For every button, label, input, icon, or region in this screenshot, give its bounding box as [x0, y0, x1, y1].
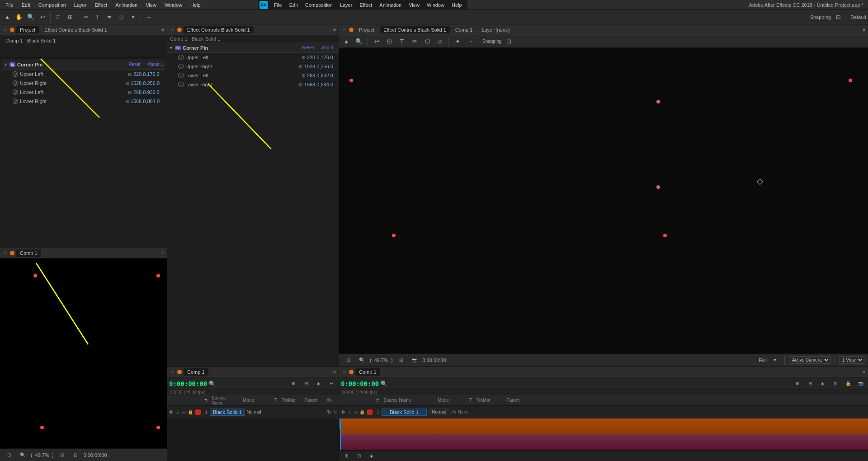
tool-zoom[interactable]: 🔍	[25, 12, 36, 23]
rv-cp-tl[interactable]	[349, 79, 353, 82]
tab-comp-left[interactable]: Comp 1	[16, 249, 41, 257]
tab-timeline-right[interactable]: Comp 1	[355, 368, 380, 376]
right-layer-audio[interactable]: ♪	[346, 409, 353, 415]
menu-composition[interactable]: Composition	[35, 1, 70, 9]
right-time-display[interactable]: 0:00:00:00	[341, 380, 379, 387]
left-prop-val-1[interactable]: 1528.0,256.0	[131, 80, 160, 86]
center-layer-audio[interactable]: ♪	[175, 409, 181, 415]
menu2-view[interactable]: View	[405, 1, 423, 9]
left-viewer-fit-btn[interactable]: ⊞	[57, 450, 67, 461]
menu-help[interactable]: Help	[187, 1, 204, 9]
menu2-edit[interactable]: Edit	[286, 1, 302, 9]
rv-pen-btn[interactable]: ✏	[409, 36, 420, 47]
right-layer-lock[interactable]: 🔒	[359, 409, 365, 414]
left-viewer-mag-btn[interactable]: 🔍	[17, 450, 28, 461]
tool-puppet[interactable]: ✦	[127, 12, 138, 23]
menu-window[interactable]: Window	[161, 1, 186, 9]
right-tl-close[interactable]: ✕	[342, 370, 347, 374]
center-layer-name[interactable]: Black Solid 1	[210, 409, 245, 416]
tool-hand[interactable]: ✋	[14, 12, 24, 23]
cp-dot-tr-left[interactable]	[156, 274, 160, 278]
tab-effect-controls-center[interactable]: Effect Controls Black Solid 1	[184, 26, 254, 33]
cp-dot-br-left[interactable]	[156, 426, 160, 429]
menu2-composition[interactable]: Composition	[302, 1, 336, 9]
center-sw-3[interactable]: ⏱	[178, 82, 184, 87]
center-pv-2[interactable]: 268.0,932.0	[307, 73, 333, 78]
left-panel-close[interactable]: ✕	[3, 28, 8, 32]
right-tl-mag[interactable]: 🔍	[381, 381, 387, 387]
center-sw-2[interactable]: ⏱	[178, 73, 184, 78]
center-sw-1[interactable]: ⏱	[178, 64, 184, 69]
center-eff-menu[interactable]: ≡	[333, 27, 336, 32]
center-tl-close[interactable]: ✕	[170, 370, 175, 374]
left-prop-val-3[interactable]: 1568.0,884.0	[131, 99, 160, 104]
center-about-btn[interactable]: About...	[321, 45, 337, 50]
center-pv-1[interactable]: 1528.0,256.0	[304, 64, 333, 69]
right-layer-fx[interactable]: /fx	[451, 409, 456, 414]
center-layer-solo[interactable]: ◎	[181, 410, 187, 414]
center-layer-eye[interactable]: 👁	[167, 409, 175, 415]
rv-3d-btn[interactable]: ⊡	[384, 36, 395, 47]
rv-full-btn[interactable]: ▼	[769, 355, 780, 366]
left-stopwatch-1[interactable]: ⏱	[13, 80, 18, 86]
tab-timeline-center[interactable]: Comp 1	[184, 368, 208, 376]
tab-effect-controls-left[interactable]: Effect Controls Black Solid 1	[41, 26, 111, 33]
right-layer-mode[interactable]: Normal	[429, 409, 449, 415]
left-viewer-grid-btn[interactable]: ⊡	[4, 450, 14, 461]
right-layer-name[interactable]: Black Solid 1	[382, 409, 427, 416]
rv-mag-btn[interactable]: 🔍	[356, 355, 367, 366]
rt-btn3[interactable]: ◈	[817, 378, 828, 389]
snapping-btn[interactable]: ⊡	[833, 12, 844, 23]
rv-cp-br[interactable]	[663, 234, 667, 237]
view-select[interactable]: 1 View	[839, 356, 864, 364]
left-stopwatch-0[interactable]: ⏱	[13, 71, 18, 77]
center-tl-btn2[interactable]: ⊟	[301, 378, 311, 389]
left-viewer-snap-btn[interactable]: ⊟	[70, 450, 81, 461]
center-tl-btn4[interactable]: ↩	[326, 378, 337, 389]
menu-layer[interactable]: Layer	[71, 1, 90, 9]
menu-effect[interactable]: Effect	[91, 1, 111, 9]
left-prop-val-0[interactable]: 220.0,176.0	[133, 71, 160, 77]
menu-view[interactable]: View	[142, 1, 160, 9]
rt-btn2[interactable]: ⊟	[805, 378, 816, 389]
rv-snap-btn[interactable]: ⊡	[503, 36, 514, 47]
menu-edit[interactable]: Edit	[18, 1, 34, 9]
rv-cp-tr[interactable]	[849, 79, 852, 82]
menu2-animation[interactable]: Animation	[376, 1, 405, 9]
active-camera-select[interactable]: Active Camera	[789, 356, 830, 364]
center-sw-0[interactable]: ⏱	[178, 55, 184, 60]
center-pv-0[interactable]: 220.0,176.0	[307, 55, 333, 60]
menu2-effect[interactable]: Effect	[356, 1, 376, 9]
right-comp-close[interactable]: ✕	[342, 28, 347, 32]
left-reset-btn[interactable]: Reset	[128, 62, 140, 67]
rv-cp-diamond[interactable]	[757, 179, 763, 185]
rt-btn5[interactable]: 🔒	[843, 378, 854, 389]
rv-zoom-value[interactable]: 49.7%	[374, 358, 388, 363]
tool-text[interactable]: T	[92, 12, 103, 23]
left-zoom-value[interactable]: 49.7%	[35, 452, 49, 458]
right-tl-menu[interactable]: ≡	[863, 369, 865, 374]
center-tl-menu[interactable]: ≡	[333, 369, 336, 374]
menu2-layer[interactable]: Layer	[336, 1, 356, 9]
menu-file[interactable]: File	[2, 1, 17, 9]
tool-roto[interactable]: ◇	[116, 12, 127, 23]
center-reset-btn[interactable]: Reset	[302, 45, 314, 50]
center-layer-lock[interactable]: 🔒	[187, 409, 193, 414]
center-tl-btn3[interactable]: ◈	[313, 378, 324, 389]
right-layer-eye[interactable]: 👁	[339, 409, 346, 415]
tab-project[interactable]: Project	[16, 26, 39, 33]
tool-shape-grid[interactable]: ⊞	[65, 12, 75, 23]
cp-dot-tl-left[interactable]	[33, 274, 37, 278]
center-tl-mag[interactable]: 🔍	[209, 381, 216, 387]
left-prop-val-2[interactable]: 268.0,932.0	[133, 89, 160, 95]
rv-brush-btn[interactable]: →	[465, 36, 476, 47]
tool-select[interactable]: ▲	[2, 12, 13, 23]
tool-bezier[interactable]: ✒	[104, 12, 115, 23]
tool-undo[interactable]: ↩	[37, 12, 48, 23]
tool-pen[interactable]: ✏	[80, 12, 91, 23]
left-about-btn[interactable]: About...	[148, 62, 163, 67]
rt-bottom-btn1[interactable]: ⊞	[341, 451, 352, 461]
rv-clone-btn[interactable]: ⬡	[422, 36, 433, 47]
rv-grid-btn[interactable]: ⊡	[343, 355, 354, 366]
rt-btn4[interactable]: ⊡	[830, 378, 841, 389]
